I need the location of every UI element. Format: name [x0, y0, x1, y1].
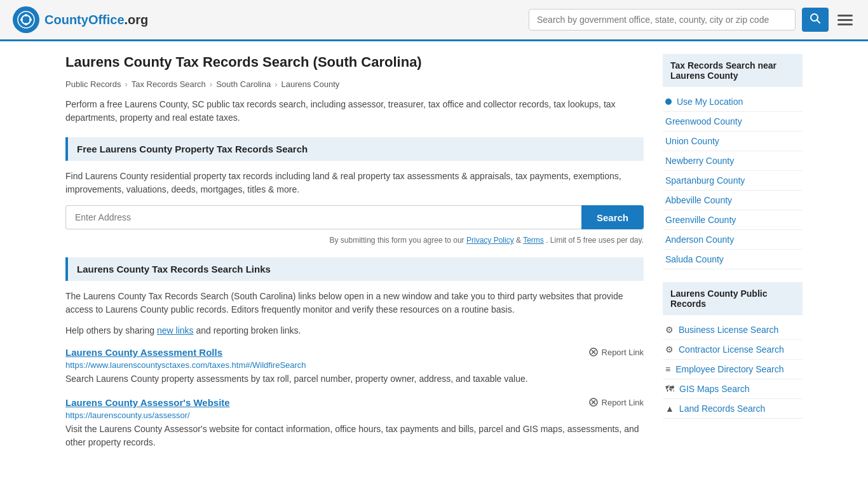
property-search-heading: Free Laurens County Property Tax Records…	[65, 137, 644, 161]
hamburger-menu-button[interactable]	[835, 12, 855, 28]
land-icon: ▲	[665, 403, 674, 414]
link-title-0[interactable]: Laurens County Assessment Rolls	[65, 347, 222, 358]
sidebar-link-spartanburg[interactable]: Spartanburg County	[663, 171, 803, 191]
sidebar-label-business-license: Business License Search	[679, 325, 778, 335]
report-link-button-1[interactable]: Report Link	[588, 397, 644, 407]
logo-text: CountyOffice.org	[44, 13, 148, 27]
link-desc-0: Search Laurens County property assessmen…	[65, 372, 644, 386]
svg-point-3	[25, 23, 27, 25]
svg-line-7	[817, 20, 820, 24]
intro-text: Perform a free Laurens County, SC public…	[65, 98, 644, 125]
gear-icon: ⚙	[665, 344, 674, 355]
links-section-heading: Laurens County Tax Records Search Links	[65, 257, 644, 281]
property-search-description: Find Laurens County residential property…	[65, 170, 644, 196]
sidebar: Tax Records Search near Laurens County U…	[663, 54, 803, 461]
use-my-location-link[interactable]: Use My Location	[663, 92, 803, 112]
breadcrumb-sep: ›	[210, 79, 212, 89]
links-description: The Laurens County Tax Records Search (S…	[65, 290, 644, 316]
sidebar-link-union[interactable]: Union County	[663, 132, 803, 151]
sidebar-label-employee-directory: Employee Directory Search	[675, 364, 783, 374]
hamburger-line	[837, 24, 853, 25]
link-item-header-0: Laurens County Assessment Rolls Report L…	[65, 347, 644, 358]
public-records-section: Laurens County Public Records ⚙ Business…	[663, 282, 803, 419]
breadcrumb-current: Laurens County	[281, 79, 340, 89]
hamburger-line	[837, 15, 853, 17]
public-records-title: Laurens County Public Records	[663, 282, 803, 315]
main-container: Laurens County Tax Records Search (South…	[53, 41, 815, 473]
hamburger-line	[837, 19, 853, 21]
address-input[interactable]	[65, 205, 581, 229]
report-icon	[588, 397, 599, 407]
sidebar-label-spartanburg: Spartanburg County	[665, 175, 745, 186]
sidebar-link-newberry[interactable]: Newberry County	[663, 151, 803, 171]
link-title-1[interactable]: Laurens County Assessor's Website	[65, 397, 230, 408]
svg-point-4	[20, 18, 23, 21]
logo-area: CountyOffice.org	[13, 6, 148, 33]
sidebar-link-employee-directory[interactable]: ≡ Employee Directory Search	[663, 360, 803, 379]
search-button[interactable]: Search	[581, 205, 644, 229]
svg-point-0	[18, 11, 34, 28]
sidebar-link-anderson[interactable]: Anderson County	[663, 230, 803, 250]
link-url-1: https://laurenscounty.us/assessor/	[65, 410, 644, 420]
nearby-section: Tax Records Search near Laurens County U…	[663, 54, 803, 269]
sidebar-label-anderson: Anderson County	[665, 234, 734, 245]
sidebar-label-abbeville: Abbeville County	[665, 195, 732, 205]
header: CountyOffice.org	[0, 0, 868, 41]
breadcrumb: Public Records › Tax Records Search › So…	[65, 79, 644, 89]
sidebar-label-union: Union County	[665, 136, 719, 146]
share-text: Help others by sharing new links and rep…	[65, 325, 644, 336]
sidebar-label-saluda: Saluda County	[665, 254, 724, 264]
new-links-link[interactable]: new links	[157, 325, 194, 336]
sidebar-label-newberry: Newberry County	[665, 156, 734, 166]
gear-icon: ⚙	[665, 325, 674, 335]
content-area: Laurens County Tax Records Search (South…	[65, 54, 644, 461]
header-search-area	[529, 8, 855, 32]
logo-county: CountyOffice	[44, 13, 125, 27]
sidebar-link-land-records[interactable]: ▲ Land Records Search	[663, 399, 803, 419]
logo-icon	[13, 6, 39, 33]
link-url-0: https://www.laurenscountysctaxes.com/tax…	[65, 360, 644, 370]
report-link-label-0: Report Link	[602, 348, 644, 357]
sidebar-link-contractor-license[interactable]: ⚙ Contractor License Search	[663, 340, 803, 360]
terms-link[interactable]: Terms	[523, 236, 544, 245]
map-icon: 🗺	[665, 384, 674, 394]
sidebar-label-contractor-license: Contractor License Search	[679, 344, 784, 355]
privacy-policy-link[interactable]: Privacy Policy	[466, 236, 514, 245]
address-form: Search	[65, 205, 644, 229]
share-text-before: Help others by sharing	[65, 325, 154, 336]
sidebar-label-gis-maps: GIS Maps Search	[679, 384, 750, 394]
form-disclaimer: By submitting this form you agree to our…	[65, 236, 644, 245]
sidebar-link-business-license[interactable]: ⚙ Business License Search	[663, 320, 803, 340]
breadcrumb-sep: ›	[275, 79, 277, 89]
use-location-label: Use My Location	[677, 97, 743, 107]
breadcrumb-state[interactable]: South Carolina	[216, 79, 271, 89]
disclaimer-and: &	[516, 236, 523, 245]
link-desc-1: Visit the Laurens County Assessor's webs…	[65, 423, 644, 449]
sidebar-label-greenville: Greenville County	[665, 215, 736, 225]
report-link-button-0[interactable]: Report Link	[588, 347, 644, 357]
list-icon: ≡	[665, 364, 670, 374]
link-item-0: Laurens County Assessment Rolls Report L…	[65, 347, 644, 386]
link-item-1: Laurens County Assessor's Website Report…	[65, 397, 644, 449]
svg-point-2	[25, 14, 27, 17]
nearby-title: Tax Records Search near Laurens County	[663, 54, 803, 87]
report-icon	[588, 347, 599, 357]
sidebar-link-gis-maps[interactable]: 🗺 GIS Maps Search	[663, 379, 803, 399]
location-dot-icon	[665, 98, 672, 105]
page-title: Laurens County Tax Records Search (South…	[65, 54, 644, 71]
sidebar-link-abbeville[interactable]: Abbeville County	[663, 191, 803, 210]
breadcrumb-sep: ›	[125, 79, 127, 89]
disclaimer-limit: . Limit of 5 free uses per day.	[546, 236, 644, 245]
sidebar-link-saluda[interactable]: Saluda County	[663, 250, 803, 269]
header-search-input[interactable]	[529, 9, 796, 30]
sidebar-link-greenwood[interactable]: Greenwood County	[663, 112, 803, 132]
svg-point-5	[29, 18, 32, 21]
header-search-button[interactable]	[802, 8, 829, 32]
breadcrumb-tax-records[interactable]: Tax Records Search	[132, 79, 206, 89]
sidebar-label-greenwood: Greenwood County	[665, 116, 742, 126]
logo-suffix: .org	[125, 13, 149, 27]
sidebar-link-greenville[interactable]: Greenville County	[663, 210, 803, 230]
link-item-header-1: Laurens County Assessor's Website Report…	[65, 397, 644, 408]
breadcrumb-public-records[interactable]: Public Records	[65, 79, 121, 89]
sidebar-label-land-records: Land Records Search	[679, 403, 765, 414]
